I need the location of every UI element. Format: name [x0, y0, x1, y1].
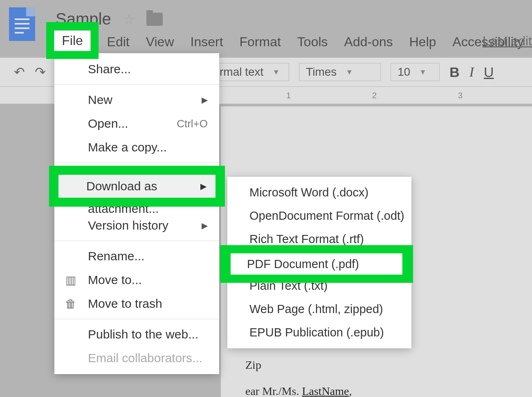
download-as-label: Download as — [86, 179, 157, 193]
caret-down-icon: ▼ — [419, 68, 426, 77]
file-menu-publish-web[interactable]: Publish to the web... — [54, 323, 219, 346]
submenu-pdf[interactable]: PDF Document (.pdf) — [231, 253, 402, 275]
submenu-docx[interactable]: Microsoft Word (.docx) — [227, 181, 411, 204]
style-label: rmal text — [220, 65, 263, 79]
docs-logo-icon[interactable] — [9, 7, 35, 41]
ruler-mark: 1 — [286, 91, 291, 100]
menu-insert[interactable]: Insert — [182, 32, 231, 52]
highlight-download-as: Download as ▶ — [49, 166, 225, 207]
undo-icon[interactable]: ↶ — [14, 64, 25, 80]
redo-icon[interactable]: ↷ — [35, 64, 46, 80]
file-menu-dropdown: Share... New▶ Open...Ctrl+O Make a copy.… — [54, 53, 219, 374]
caret-down-icon: ▼ — [272, 68, 280, 77]
menu-addons[interactable]: Add-ons — [336, 32, 401, 52]
menu-edit[interactable]: Edit — [99, 32, 138, 52]
menu-bar: File Edit View Insert Format Tools Add-o… — [61, 32, 532, 52]
ruler-mark: 2 — [372, 91, 377, 100]
underline-button[interactable]: U — [484, 64, 494, 80]
submenu-html[interactable]: Web Page (.html, zipped) — [227, 298, 411, 321]
file-menu-email-collab: Email collaborators... — [54, 346, 219, 370]
shortcut-label: Ctrl+O — [177, 117, 208, 130]
doc-text: , — [349, 385, 352, 397]
ruler-mark: 3 — [458, 91, 462, 100]
file-menu-move-trash[interactable]: 🗑Move to trash — [54, 292, 219, 316]
last-edit-link[interactable]: Last edit — [483, 34, 532, 49]
doc-text: LastName — [302, 385, 349, 397]
menu-view[interactable]: View — [138, 32, 182, 52]
menu-help[interactable]: Help — [401, 32, 444, 52]
size-label: 10 — [397, 65, 410, 79]
doc-text: ear Mr./Ms. — [245, 385, 302, 397]
file-menu-move-to[interactable]: ▥Move to... — [54, 268, 219, 292]
caret-down-icon: ▼ — [346, 68, 353, 77]
file-menu-version-history[interactable]: Version history▶ — [54, 214, 219, 237]
italic-button[interactable]: I — [469, 64, 474, 80]
file-menu-new[interactable]: New▶ — [54, 88, 219, 112]
font-select[interactable]: Times ▼ — [299, 63, 381, 81]
menu-tools[interactable]: Tools — [289, 32, 336, 52]
bold-button[interactable]: B — [449, 64, 460, 80]
menu-file[interactable]: File — [54, 30, 91, 51]
doc-text: Zip — [245, 359, 261, 371]
style-select[interactable]: rmal text ▼ — [213, 63, 289, 81]
trash-icon: 🗑 — [64, 297, 77, 311]
file-menu-share[interactable]: Share... — [54, 57, 219, 81]
folder-icon: ▥ — [64, 273, 77, 287]
folder-icon[interactable] — [146, 13, 163, 26]
size-select[interactable]: 10 ▼ — [391, 63, 440, 81]
menu-format[interactable]: Format — [231, 32, 289, 52]
submenu-odt[interactable]: OpenDocument Format (.odt) — [227, 204, 411, 228]
highlight-file-menu: File — [46, 22, 99, 59]
star-icon[interactable]: ☆ — [123, 11, 135, 27]
highlight-pdf: PDF Document (.pdf) — [220, 245, 413, 283]
file-menu-rename[interactable]: Rename... — [54, 244, 219, 268]
file-menu-make-copy[interactable]: Make a copy... — [54, 135, 219, 159]
submenu-epub[interactable]: EPUB Publication (.epub) — [227, 321, 411, 344]
pdf-label: PDF Document (.pdf) — [247, 257, 359, 271]
chevron-right-icon: ▶ — [200, 181, 207, 191]
font-label: Times — [306, 65, 337, 79]
file-menu-download-as[interactable]: Download as ▶ — [58, 175, 215, 198]
chevron-right-icon: ▶ — [202, 221, 208, 230]
chevron-right-icon: ▶ — [202, 95, 208, 105]
file-menu-open[interactable]: Open...Ctrl+O — [54, 112, 219, 135]
